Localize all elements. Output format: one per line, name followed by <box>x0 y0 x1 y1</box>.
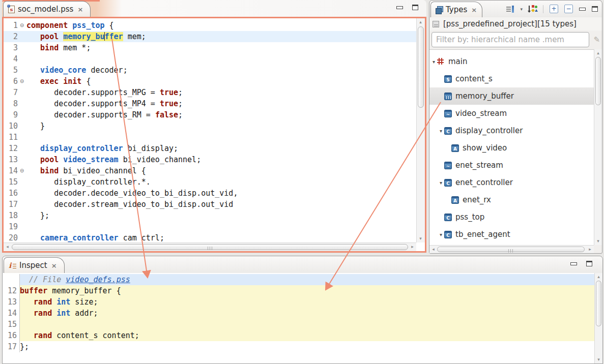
code-line[interactable]: 9 decoder.supports_RM = false; <box>4 109 416 120</box>
close-icon[interactable]: × <box>77 6 83 13</box>
collapse-all-icon[interactable]: − <box>564 5 573 13</box>
scroll-up-icon[interactable]: ▴ <box>594 49 602 57</box>
file-link[interactable]: video_defs.pss <box>66 275 130 284</box>
editor-vertical-scrollbar[interactable]: ▴ ▾ <box>416 18 425 242</box>
scrollbar-thumb[interactable] <box>595 57 601 105</box>
tree-expander-icon[interactable]: ▾ <box>438 180 444 186</box>
code-line[interactable]: 15 display_controller.*. <box>4 176 416 188</box>
package-icon <box>437 58 445 66</box>
scroll-up-icon[interactable]: ▴ <box>417 18 424 26</box>
code-line[interactable]: 17 decoder.stream_video_to_bi_disp.out_v… <box>4 199 416 210</box>
code-token <box>26 43 40 52</box>
maximize-icon[interactable] <box>586 261 592 266</box>
inspect-line[interactable]: 14 rand int addr; <box>3 308 602 319</box>
scrollbar-thumb[interactable] <box>418 26 424 108</box>
tab-soc-model-pss[interactable]: S soc_model.pss × <box>3 1 91 17</box>
tree-item-display_controller[interactable]: ▾Cdisplay_controller <box>429 122 594 139</box>
code-line[interactable]: 5 video_core decoder; <box>4 65 416 76</box>
tree-expander-icon[interactable]: ▾ <box>438 128 444 134</box>
tree-item-enet_rx[interactable]: Aenet_rx <box>429 191 594 208</box>
scroll-down-icon[interactable]: ▾ <box>595 356 602 363</box>
tree-item-enet_controller[interactable]: ▾Cenet_controller <box>429 174 594 191</box>
code-line[interactable]: 14⊖ bind bi_video_channel { <box>4 165 416 176</box>
close-icon[interactable]: × <box>51 262 57 269</box>
filter-view-icon[interactable] <box>506 6 514 13</box>
code-line[interactable]: 20 camera_controller cam ctrl; <box>4 232 416 242</box>
inspect-line[interactable]: 15 <box>3 319 602 330</box>
expand-all-icon[interactable]: + <box>550 5 558 13</box>
fold-marker-icon[interactable]: ⊖ <box>18 76 26 87</box>
fold-marker-icon[interactable]: ⊖ <box>18 20 26 31</box>
inspect-line[interactable]: // File video_defs.pss <box>3 274 602 285</box>
scroll-left-icon[interactable]: ◂ <box>429 246 437 253</box>
tree-item-video_stream[interactable]: ~video_stream <box>429 105 594 122</box>
code-line[interactable]: 19 <box>4 221 416 232</box>
code-text: decoder.supports_MP4 = true; <box>26 98 416 109</box>
tab-inspect[interactable]: i Inspect × <box>4 257 65 273</box>
scroll-up-icon[interactable]: ▴ <box>595 273 602 281</box>
editor-viewport[interactable]: 1⊖component pss_top {2 pool memory_buffe… <box>2 17 426 253</box>
code-token: camera_controller <box>40 233 119 242</box>
scroll-right-icon[interactable]: ▸ <box>409 243 416 251</box>
editor-code[interactable]: 1⊖component pss_top {2 pool memory_buffe… <box>4 18 416 242</box>
minimize-icon[interactable] <box>579 8 586 11</box>
code-token: ; <box>178 88 183 97</box>
inspect-line[interactable]: 12buffer memory_buffer { <box>3 285 602 296</box>
tree-expander-icon[interactable]: ▾ <box>438 232 444 237</box>
inspect-vertical-scrollbar[interactable]: ▴ ▾ <box>594 273 602 363</box>
code-line[interactable]: 18 }; <box>4 210 416 221</box>
code-line[interactable]: 3 bind mem *; <box>4 42 416 53</box>
editor-horizontal-scrollbar[interactable]: ◂ ▸ <box>4 242 416 251</box>
tree-item-main[interactable]: ▾main <box>429 53 594 70</box>
tree-item-pss_top[interactable]: Cpss_top <box>429 208 594 226</box>
code-line[interactable]: 6⊖ exec init { <box>4 76 416 87</box>
inspect-line[interactable]: 13 rand int size; <box>3 296 602 308</box>
code-line[interactable]: 4 <box>4 53 416 65</box>
code-token: }; <box>26 211 49 220</box>
code-token: video_core <box>40 66 86 75</box>
code-line[interactable]: 16 decoder.decode_video_to_bi_disp.out_v… <box>4 188 416 199</box>
maximize-icon[interactable] <box>412 5 418 10</box>
scroll-right-icon[interactable]: ▸ <box>586 246 594 253</box>
inspect-line[interactable]: 16 rand content_s content; <box>3 330 602 341</box>
tree-expander-icon[interactable]: ▾ <box>430 59 437 65</box>
tree-item-enet_stream[interactable]: ~enet_stream <box>429 157 594 174</box>
code-line[interactable]: 13 pool video_stream bi_video_channel; <box>4 154 416 165</box>
scrollbar-thumb[interactable] <box>437 247 585 252</box>
tree-item-tb_enet_agent[interactable]: ▾Ctb_enet_agent <box>429 226 594 243</box>
scrollbar-thumb[interactable] <box>596 281 601 326</box>
tree-item-show_video[interactable]: Ashow_video <box>429 139 594 157</box>
code-text: pool memory_buffer mem; <box>26 31 416 42</box>
scrollbar-thumb[interactable] <box>12 244 408 250</box>
sort-icon[interactable] <box>529 5 537 13</box>
minimize-icon[interactable] <box>396 6 403 9</box>
scroll-left-icon[interactable]: ◂ <box>4 243 11 251</box>
fold-spacer <box>18 221 26 232</box>
chevron-down-icon[interactable]: ▾ <box>520 7 523 12</box>
tab-types[interactable]: Types × <box>430 2 482 17</box>
code-line[interactable]: 1⊖component pss_top { <box>4 20 416 31</box>
code-line[interactable]: 8 decoder.supports_MP4 = true; <box>4 98 416 109</box>
code-line[interactable]: 12 display_controller bi_display; <box>4 143 416 154</box>
scroll-down-icon[interactable]: ▾ <box>417 235 424 242</box>
maximize-icon[interactable] <box>592 6 598 12</box>
tree-item-content_s[interactable]: Scontent_s <box>429 70 594 87</box>
code-line[interactable]: 10 } <box>4 120 416 132</box>
type-filter-input[interactable] <box>432 32 589 47</box>
line-number: 1 <box>4 20 18 31</box>
inspect-code[interactable]: // File video_defs.pss12buffer memory_bu… <box>3 273 602 363</box>
inspect-line[interactable]: 17}; <box>3 341 602 352</box>
types-vertical-scrollbar[interactable]: ▴ ▾ <box>594 49 602 245</box>
code-text <box>26 132 416 143</box>
code-text: } <box>26 120 416 132</box>
close-icon[interactable]: × <box>471 6 477 14</box>
clear-filter-icon[interactable]: ✎ <box>593 35 600 44</box>
code-line[interactable]: 2 pool memory_buffer mem; <box>4 31 416 42</box>
fold-marker-icon[interactable]: ⊖ <box>18 165 26 176</box>
code-line[interactable]: 7 decoder.supports_MPG = true; <box>4 87 416 98</box>
types-horizontal-scrollbar[interactable]: ◂ ▸ <box>429 245 594 253</box>
code-line[interactable]: 11 <box>4 132 416 143</box>
minimize-icon[interactable] <box>570 262 577 265</box>
tree-item-memory_buffer[interactable]: memory_buffer <box>429 87 594 105</box>
scroll-down-icon[interactable]: ▾ <box>594 237 602 245</box>
